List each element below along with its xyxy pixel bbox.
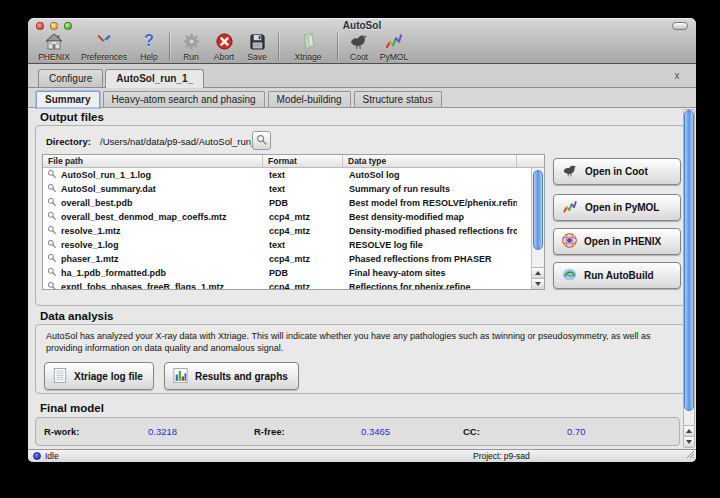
toolbar-coot-button[interactable]: Coot <box>343 31 375 62</box>
magnifier-icon <box>256 132 268 150</box>
open-in-coot-button[interactable]: Open in Coot <box>553 158 681 185</box>
log-file-icon <box>53 367 67 386</box>
run-gear-icon <box>182 31 201 51</box>
summary-page: Output files Directory: /Users/nat/data/… <box>28 108 696 449</box>
table-scrollbar-thumb[interactable] <box>533 170 543 250</box>
project-indicator: Project:p9-sad <box>473 451 532 461</box>
abort-stop-icon <box>215 31 234 51</box>
toolbar-xtriage-button[interactable]: Xtriage <box>284 31 332 62</box>
table-scroll-up-button[interactable] <box>532 267 544 278</box>
toolbar-separator <box>337 33 338 60</box>
table-scroll-down-button[interactable] <box>532 278 544 289</box>
coot-bird-icon <box>348 31 370 51</box>
tab-model-building[interactable]: Model-building <box>268 91 351 107</box>
preferences-tools-icon <box>94 31 114 51</box>
table-row[interactable]: overall_best_denmod_map_coeffs.mtz ccp4_… <box>43 210 544 224</box>
status-indicator-icon <box>33 452 41 460</box>
resize-grip-icon[interactable] <box>685 449 695 461</box>
column-data-type[interactable]: Data type <box>343 155 517 167</box>
status-text: Idle <box>45 451 59 461</box>
autobuild-icon <box>561 266 578 285</box>
cc-label: CC: <box>463 418 480 445</box>
toolbar-pymol-button[interactable]: PyMOL <box>375 31 413 62</box>
toolbar-help-button[interactable]: ? Help <box>134 31 164 62</box>
run-autobuild-button[interactable]: Run AutoBuild <box>553 262 681 289</box>
data-analysis-title: Data analysis <box>40 310 114 322</box>
directory-label: Directory: <box>46 136 91 147</box>
pymol-ribbon-icon <box>383 31 405 51</box>
coot-bird-icon <box>561 163 579 180</box>
magnifier-icon[interactable] <box>47 281 57 290</box>
main-scroll-down-button[interactable] <box>684 436 694 447</box>
app-window: AutoSol PHENIX <box>28 18 696 462</box>
table-row[interactable]: AutoSol_run_1_1.log text AutoSol log <box>43 168 544 182</box>
magnifier-icon[interactable] <box>47 183 57 195</box>
r-work-value: 0.3218 <box>148 418 177 445</box>
table-row[interactable]: resolve_1.log text RESOLVE log file <box>43 238 544 252</box>
tab-autosol-run[interactable]: AutoSol_run_1_ <box>105 69 204 88</box>
magnifier-icon[interactable] <box>47 197 57 209</box>
sub-tab-bar: Summary Heavy-atom search and phasing Mo… <box>28 88 696 108</box>
toolbar-abort-button[interactable]: Abort <box>207 31 241 62</box>
toolbar-phenix-button[interactable]: PHENIX <box>34 31 74 62</box>
xtriage-crystal-icon <box>298 31 318 51</box>
toolbar-separator <box>169 33 170 60</box>
xtriage-log-file-button[interactable]: Xtriage log file <box>44 362 154 390</box>
column-format[interactable]: Format <box>263 155 343 167</box>
tab-summary[interactable]: Summary <box>36 91 100 108</box>
r-free-label: R-free: <box>254 418 285 445</box>
help-question-icon: ? <box>144 31 154 51</box>
data-analysis-description: AutoSol has analyzed your X-ray data wit… <box>46 331 674 354</box>
results-and-graphs-button[interactable]: Results and graphs <box>164 362 299 390</box>
table-row[interactable]: ha_1.pdb_formatted.pdb PDB Final heavy-a… <box>43 266 544 280</box>
toolbar: PHENIX Pref <box>34 31 413 62</box>
toolbar-preferences-button[interactable]: Preferences <box>74 31 134 62</box>
main-scroll-up-button[interactable] <box>684 425 694 436</box>
table-row[interactable]: phaser_1.mtz ccp4_mtz Phased reflections… <box>43 252 544 266</box>
magnifier-icon[interactable] <box>47 211 57 223</box>
column-file-path[interactable]: File path <box>43 155 263 167</box>
main-scrollbar[interactable] <box>683 109 695 448</box>
tab-structure-status[interactable]: Structure status <box>354 91 442 107</box>
table-row[interactable]: exptl_fobs_phases_freeR_flags_1.mtz ccp4… <box>43 280 544 290</box>
status-bar: Idle Project:p9-sad <box>28 449 696 462</box>
column-spacer <box>517 155 544 167</box>
magnifier-icon[interactable] <box>47 239 57 251</box>
main-scrollbar-thumb[interactable] <box>684 110 694 411</box>
output-files-title: Output files <box>40 111 104 123</box>
toolbar-toggle-pill[interactable] <box>672 22 688 30</box>
open-in-pymol-button[interactable]: Open in PyMOL <box>553 194 681 221</box>
magnifier-icon[interactable] <box>47 267 57 279</box>
directory-browse-button[interactable] <box>252 131 271 150</box>
final-model-title: Final model <box>40 402 104 414</box>
magnifier-icon[interactable] <box>47 225 57 237</box>
main-tab-bar: Configure AutoSol_run_1_ x <box>28 64 696 88</box>
toolbar-separator <box>278 33 279 60</box>
tab-close-icon[interactable]: x <box>671 70 683 82</box>
table-row[interactable]: resolve_1.mtz ccp4_mtz Density-modified … <box>43 224 544 238</box>
directory-value: /Users/nat/data/p9-sad/AutoSol_run_1_ <box>100 136 267 147</box>
open-in-phenix-button[interactable]: Open in PHENIX <box>553 228 681 255</box>
toolbar-run-button[interactable]: Run <box>175 31 207 62</box>
magnifier-icon[interactable] <box>47 253 57 265</box>
tab-configure[interactable]: Configure <box>38 69 103 87</box>
save-floppy-icon <box>248 31 267 51</box>
table-scrollbar[interactable] <box>531 168 544 289</box>
output-files-table: File path Format Data type AutoSol_run_1… <box>42 154 545 290</box>
cc-value: 0.70 <box>567 418 586 445</box>
data-analysis-panel: AutoSol has analyzed your X-ray data wit… <box>35 324 685 394</box>
tab-heavy-atom[interactable]: Heavy-atom search and phasing <box>103 91 265 107</box>
magnifier-icon[interactable] <box>47 169 57 181</box>
phenix-home-icon <box>44 31 64 51</box>
r-work-label: R-work: <box>44 418 79 445</box>
window-title: AutoSol <box>28 20 696 31</box>
r-free-value: 0.3465 <box>361 418 390 445</box>
final-model-panel: R-work: 0.3218 R-free: 0.3465 CC: 0.70 <box>35 417 680 446</box>
table-row[interactable]: overall_best.pdb PDB Best model from RES… <box>43 196 544 210</box>
phenix-sphere-icon <box>561 232 578 251</box>
table-row[interactable]: AutoSol_summary.dat text Summary of run … <box>43 182 544 196</box>
window-chrome: AutoSol PHENIX <box>28 18 696 64</box>
toolbar-save-button[interactable]: Save <box>241 31 273 62</box>
pymol-ribbon-icon <box>561 199 579 217</box>
table-header: File path Format Data type <box>43 155 544 168</box>
